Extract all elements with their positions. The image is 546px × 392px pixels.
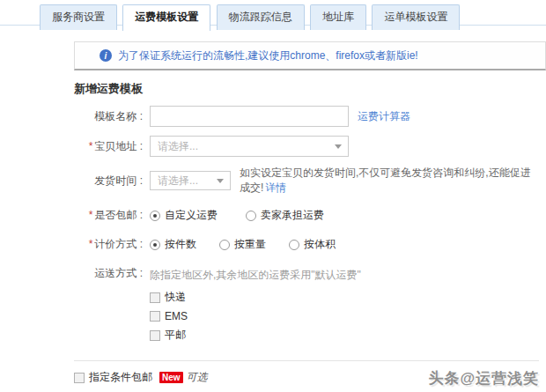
divider	[74, 360, 539, 361]
required-asterisk: *	[89, 238, 93, 250]
radio-by-quantity[interactable]: 按件数	[150, 237, 196, 252]
ship-time-hint: 如实设定宝贝的发货时间,不仅可避免发货咨询和纠纷,还能促进成交!详情	[240, 166, 539, 196]
required-asterisk: *	[89, 140, 93, 152]
chevron-down-icon	[217, 179, 224, 183]
checkbox-ems[interactable]: EMS	[150, 310, 361, 322]
tab-service-provider-settings[interactable]: 服务商设置	[40, 4, 117, 30]
details-link[interactable]: 详情	[265, 181, 286, 194]
shipping-method-hint: 除指定地区外,其余地区的运费采用"默认运费"	[150, 266, 361, 283]
browser-notice-banner: i 为了保证系统运行的流畅性,建议使用chrome、firefox或者新版ie!	[74, 41, 546, 70]
radio-icon	[150, 211, 160, 221]
ship-time-select[interactable]: 请选择...	[150, 171, 231, 190]
tab-address-book[interactable]: 地址库	[310, 4, 366, 30]
pricing-method-row: *计价方式 : 按件数 按重量 按体积	[74, 237, 539, 252]
radio-icon	[150, 240, 160, 250]
tab-shipping-template-settings[interactable]: 运费模板设置	[122, 4, 210, 31]
item-address-label: *宝贝地址 :	[74, 139, 143, 154]
checkbox-express[interactable]: 快递	[150, 290, 361, 305]
template-name-label: 模板名称 :	[74, 109, 143, 124]
item-address-row: *宝贝地址 : 请选择...	[74, 136, 539, 157]
tab-waybill-template-settings[interactable]: 运单模板设置	[372, 4, 460, 30]
free-shipping-label: *是否包邮 :	[74, 208, 143, 223]
ship-time-placeholder: 请选择...	[158, 174, 198, 189]
checkbox-icon	[150, 311, 160, 322]
checkbox-icon	[74, 373, 85, 383]
tab-bar: 服务商设置 运费模板设置 物流跟踪信息 地址库 运单模板设置	[0, 0, 546, 26]
radio-by-weight[interactable]: 按重量	[219, 237, 266, 252]
checkbox-surface-mail[interactable]: 平邮	[150, 328, 361, 343]
required-asterisk: *	[89, 209, 93, 221]
checkbox-icon	[150, 292, 160, 303]
new-shipping-template-form: 新增运费模板 模板名称 : 运费计算器 *宝贝地址 : 请选择... 发货时间 …	[74, 81, 539, 392]
watermark-text: 头条@运营浅笑	[428, 368, 539, 388]
ship-time-row: 发货时间 : 请选择... 如实设定宝贝的发货时间,不仅可避免发货咨询和纠纷,还…	[74, 166, 539, 196]
item-address-select[interactable]: 请选择...	[150, 136, 349, 157]
item-address-placeholder: 请选择...	[158, 139, 198, 154]
new-badge: New	[159, 372, 183, 383]
shipping-method-label: 运送方式 :	[74, 266, 143, 281]
template-name-input[interactable]	[150, 106, 349, 127]
form-title: 新增运费模板	[74, 81, 539, 97]
radio-by-volume[interactable]: 按体积	[289, 237, 336, 252]
optional-text: 可选	[187, 370, 208, 385]
chevron-down-icon	[335, 144, 342, 149]
shipping-calculator-link[interactable]: 运费计算器	[358, 109, 410, 124]
radio-custom-shipping-fee[interactable]: 自定义运费	[150, 208, 218, 223]
radio-icon	[219, 240, 230, 250]
radio-seller-pays-shipping[interactable]: 卖家承担运费	[246, 208, 324, 223]
banner-text: 为了保证系统运行的流畅性,建议使用chrome、firefox或者新版ie!	[118, 48, 418, 63]
radio-icon	[246, 211, 256, 221]
radio-icon	[289, 240, 299, 250]
checkbox-icon	[150, 330, 160, 341]
free-shipping-row: *是否包邮 : 自定义运费 卖家承担运费	[74, 208, 539, 223]
template-name-row: 模板名称 : 运费计算器	[74, 106, 539, 127]
info-icon: i	[100, 49, 112, 62]
tab-logistics-tracking-info[interactable]: 物流跟踪信息	[217, 4, 305, 30]
pricing-method-label: *计价方式 :	[74, 237, 143, 252]
ship-time-label: 发货时间 :	[74, 174, 143, 189]
shipping-method-row: 运送方式 : 除指定地区外,其余地区的运费采用"默认运费" 快递 EMS 平邮	[74, 266, 539, 348]
shipping-method-options: 除指定地区外,其余地区的运费采用"默认运费" 快递 EMS 平邮	[150, 266, 361, 348]
